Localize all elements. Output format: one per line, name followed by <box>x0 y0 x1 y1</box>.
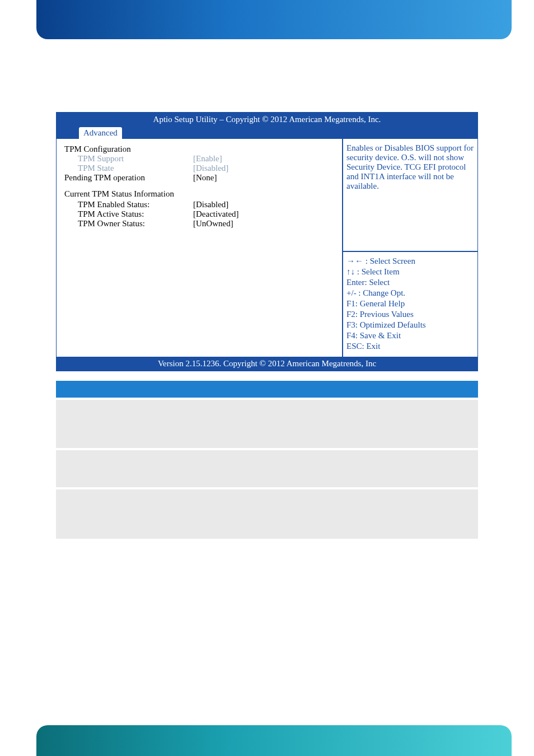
status-value: [Disabled] <box>193 200 228 209</box>
setting-tpm-state[interactable]: TPM State [Disabled] <box>64 164 339 173</box>
bios-tab-row: Advanced <box>57 125 477 139</box>
bottom-banner <box>36 725 512 756</box>
section-status-title: Current TPM Status Information <box>64 189 339 199</box>
table-cell <box>157 488 263 539</box>
key-f4: F4: Save & Exit <box>346 331 474 340</box>
table-header <box>56 381 157 399</box>
status-value: [Deactivated] <box>193 209 239 219</box>
key-select-item: ↑↓ : Select Item <box>346 267 474 277</box>
setting-value: [Enable] <box>193 154 222 164</box>
setting-pending-tpm-operation[interactable]: Pending TPM operation [None] <box>64 173 339 183</box>
bios-settings-panel: TPM Configuration TPM Support [Enable] T… <box>57 139 343 357</box>
bios-footer: Version 2.15.1236. Copyright © 2012 Amer… <box>57 357 477 371</box>
table-header <box>263 381 478 399</box>
key-f2: F2: Previous Values <box>346 310 474 319</box>
table-header <box>157 381 263 399</box>
key-f1: F1: General Help <box>346 299 474 309</box>
table-cell <box>263 449 478 488</box>
key-f3: F3: Optimized Defaults <box>346 320 474 330</box>
top-banner <box>36 0 512 39</box>
table-header-row <box>56 381 478 399</box>
setting-label: TPM State <box>64 164 193 173</box>
setting-label: TPM Support <box>64 154 193 164</box>
status-value: [UnOwned] <box>193 219 233 228</box>
table-row <box>56 399 478 449</box>
table-row <box>56 488 478 539</box>
status-tpm-active: TPM Active Status: [Deactivated] <box>64 209 339 219</box>
bios-key-legend: →← : Select Screen ↑↓ : Select Item Ente… <box>343 251 477 357</box>
setting-value: [Disabled] <box>193 164 228 173</box>
table-cell <box>56 449 157 488</box>
key-esc: ESC: Exit <box>346 342 474 351</box>
bios-help-panel: Enables or Disables BIOS support for sec… <box>343 139 477 251</box>
table-cell <box>157 449 263 488</box>
status-label: TPM Active Status: <box>64 209 193 219</box>
key-select-screen: →← : Select Screen <box>346 256 474 266</box>
setting-tpm-support[interactable]: TPM Support [Enable] <box>64 154 339 164</box>
setting-value: [None] <box>193 173 217 183</box>
key-enter: Enter: Select <box>346 278 474 287</box>
tab-advanced[interactable]: Advanced <box>79 127 122 139</box>
key-change-opt: +/- : Change Opt. <box>346 288 474 298</box>
status-label: TPM Enabled Status: <box>64 200 193 209</box>
bios-window: Aptio Setup Utility – Copyright © 2012 A… <box>56 112 478 371</box>
status-tpm-owner: TPM Owner Status: [UnOwned] <box>64 219 339 228</box>
section-tpm-config-title: TPM Configuration <box>64 144 339 154</box>
info-table <box>56 381 478 539</box>
status-tpm-enabled: TPM Enabled Status: [Disabled] <box>64 200 339 209</box>
table-cell <box>56 488 157 539</box>
table-cell <box>157 399 263 449</box>
table-cell <box>263 399 478 449</box>
bios-titlebar: Aptio Setup Utility – Copyright © 2012 A… <box>57 113 477 125</box>
table-cell <box>56 399 157 449</box>
table-cell <box>263 488 478 539</box>
status-label: TPM Owner Status: <box>64 219 193 228</box>
setting-label: Pending TPM operation <box>64 173 193 183</box>
table-row <box>56 449 478 488</box>
